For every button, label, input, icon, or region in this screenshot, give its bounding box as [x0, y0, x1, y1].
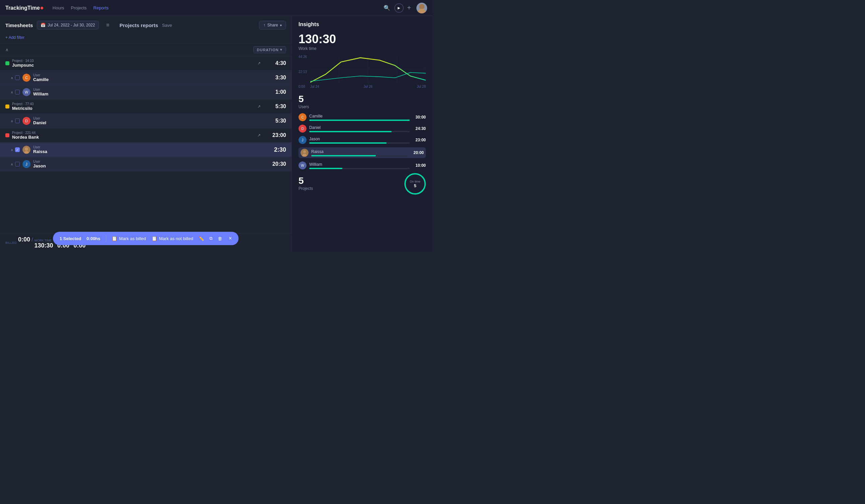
row-chevron-icon[interactable]: ∧ [11, 148, 13, 152]
duration-header[interactable]: DURATION ▾ [253, 46, 286, 53]
user-meta: User [33, 88, 266, 91]
user-meta: User [33, 160, 266, 163]
user-checkbox-daniel[interactable] [15, 119, 20, 123]
billed-value: 0:00 [18, 236, 30, 243]
svg-point-28 [303, 150, 306, 153]
project-row-nordea: Project · 221:44 Nordea Bank ↗ 23:00 [0, 128, 291, 143]
user-stat-name-jason: Jason [309, 137, 410, 141]
users-label: Users [299, 105, 426, 109]
user-avatar-william: W [22, 88, 31, 96]
y-label-mid: 22:13 [299, 70, 310, 74]
row-chevron-icon[interactable]: ∧ [11, 162, 13, 166]
logo-dot [41, 7, 43, 9]
search-icon[interactable]: 🔍 [384, 5, 390, 11]
project-info: Project · 77:40 Metricsilo [12, 102, 257, 111]
share-label: Share [267, 23, 278, 27]
user-checkbox-camille[interactable] [15, 75, 20, 80]
duration-chevron-icon: ▾ [280, 48, 282, 52]
user-info: User Raissa [33, 145, 266, 154]
svg-text:W: W [25, 90, 28, 94]
x-label-3: Jul 28 [417, 85, 426, 89]
row-chevron-icon[interactable]: ∧ [11, 91, 13, 94]
row-chevron-icon[interactable]: ∧ [11, 76, 13, 80]
table-header: ∧ DURATION ▾ [0, 43, 291, 56]
work-time-value: 130:30 [299, 32, 426, 46]
user-stat-bar-bg [309, 131, 410, 132]
user-stat-bar-bg [311, 155, 408, 156]
filter-row: + Add filter [0, 34, 291, 43]
duplicate-button[interactable]: ⧉ [209, 236, 212, 241]
svg-point-9 [25, 147, 28, 151]
add-button[interactable]: + [407, 4, 411, 12]
svg-text:W: W [301, 164, 304, 167]
user-stat-row-camille: C Camille 30:00 [299, 113, 426, 121]
work-time-footer-label: WORK TIME [35, 239, 53, 242]
edit-button[interactable]: ✏️ [199, 236, 204, 241]
user-stat-info: William [309, 162, 410, 169]
user-stat-info: Camille [309, 114, 410, 121]
menu-icon-button[interactable]: ≡ [103, 20, 113, 30]
user-row-jason: ∧ J User Jason 20:30 [0, 157, 291, 172]
share-button[interactable]: ↑ Share ▾ [259, 21, 286, 30]
project-meta: Project · 77:40 [12, 102, 257, 106]
calendar-icon: 📅 [41, 23, 46, 27]
project-row-metricsilo: Project · 77:40 Metricsilo ↗ 5:30 [0, 99, 291, 114]
nav-reports[interactable]: Reports [93, 4, 109, 12]
user-avatar[interactable] [416, 3, 427, 13]
user-stat-avatar-daniel: D [299, 125, 307, 133]
user-checkbox-william[interactable] [15, 90, 20, 94]
user-stat-avatar-william: W [299, 161, 307, 169]
mark-billed-button[interactable]: 📋 Mark as billed [112, 236, 146, 241]
user-row-raissa: ∧ ✓ User Raissa 2:30 [0, 143, 291, 157]
user-checkbox-jason[interactable] [15, 162, 20, 166]
billed-label: BILLED [5, 241, 17, 245]
users-count: 5 [299, 94, 426, 105]
collapse-icon[interactable]: ∧ [5, 47, 12, 52]
user-stat-name-william: William [309, 162, 410, 167]
table-body: Project · 14:10 Jumpsunc ↗ 4:30 ∧ C User… [0, 56, 291, 172]
y-label-bottom: 0:00 [299, 85, 310, 89]
user-stat-avatar-raissa [300, 149, 309, 157]
user-name-william: William [33, 91, 266, 96]
user-row-daniel: ∧ D User Daniel 5:30 [0, 114, 291, 128]
project-name: Jumpsunc [12, 63, 257, 68]
date-range-text: Jul 24, 2022 - Jul 30, 2022 [48, 23, 95, 27]
close-button[interactable]: × [229, 235, 232, 242]
project-info: Project · 14:10 Jumpsunc [12, 59, 257, 68]
nav-projects[interactable]: Projects [71, 4, 87, 12]
play-button[interactable]: ▶ [394, 3, 404, 13]
work-time-label: Work time [299, 46, 426, 51]
user-duration-jason: 20:30 [266, 161, 286, 167]
nav-hours[interactable]: Hours [53, 4, 64, 12]
user-stat-avatar-jason: J [299, 136, 307, 144]
user-row-william: ∧ W User William 1:00 [0, 85, 291, 99]
project-duration: 23:00 [266, 132, 286, 138]
user-avatar-daniel: D [22, 117, 31, 125]
save-button[interactable]: Save [162, 23, 172, 28]
logo-text: TrackingTime [5, 5, 40, 11]
user-checkbox-raissa[interactable]: ✓ [15, 147, 20, 152]
top-nav: TrackingTime Hours Projects Reports 🔍 ▶ … [0, 0, 432, 16]
user-duration-william: 1:00 [266, 89, 286, 95]
external-link-icon[interactable]: ↗ [257, 133, 261, 138]
timesheets-title: Timesheets [5, 22, 33, 28]
edit-icon: ✏️ [199, 236, 204, 241]
delete-button[interactable]: 🗑 [218, 236, 222, 241]
external-link-icon[interactable]: ↗ [257, 61, 261, 66]
mark-not-billed-button[interactable]: 📋 Mark as not billed [151, 236, 193, 241]
user-meta: User [33, 117, 266, 120]
x-label-2: Jul 26 [364, 85, 372, 89]
external-link-icon[interactable]: ↗ [257, 104, 261, 109]
chart-x-labels: Jul 24 Jul 26 Jul 28 [310, 85, 426, 89]
user-stat-bar-bg [309, 119, 410, 121]
insights-panel: Insights 130:30 Work time 44:26 22:13 0:… [292, 16, 432, 252]
user-duration-raissa: 2:30 [266, 146, 286, 153]
user-name-jason: Jason [33, 163, 266, 168]
svg-point-0 [419, 4, 425, 9]
add-filter-button[interactable]: + Add filter [5, 35, 24, 40]
svg-text:J: J [25, 162, 27, 166]
row-chevron-icon[interactable]: ∧ [11, 119, 13, 123]
user-stat-time-raissa: 20:00 [411, 150, 424, 155]
date-range-button[interactable]: 📅 Jul 24, 2022 - Jul 30, 2022 [37, 21, 99, 30]
user-stat-info: Jason [309, 137, 410, 144]
